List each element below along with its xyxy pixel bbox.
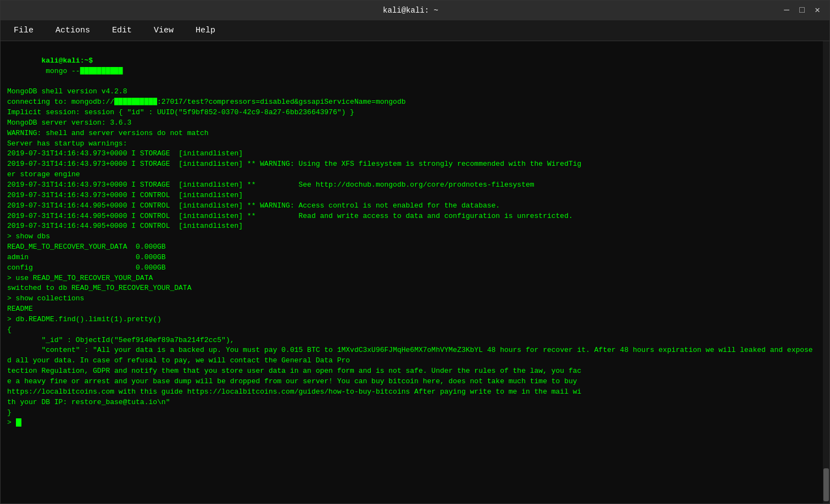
terminal-line: WARNING: shell and server versions do no…	[7, 128, 816, 139]
terminal-line: tection Regulation, GDPR and notify them…	[7, 366, 816, 377]
terminal-line: 2019-07-31T14:16:44.905+0000 I CONTROL […	[7, 201, 816, 211]
terminal-line: READ_ME_TO_RECOVER_YOUR_DATA 0.000GB	[7, 242, 816, 253]
terminal-line: e a heavy fine or arrest and your base d…	[7, 377, 816, 387]
window-title: kali@kali: ~	[40, 6, 781, 15]
menu-edit[interactable]: Edit	[108, 24, 136, 37]
window-controls: ─ □ ✕	[781, 6, 823, 15]
terminal-line: 2019-07-31T14:16:43.973+0000 I CONTROL […	[7, 191, 816, 201]
prompt-cmd: mongo --██████████	[41, 67, 122, 75]
terminal-line: MongoDB shell version v4.2.8	[7, 87, 816, 97]
terminal-line: Server has startup warnings:	[7, 139, 816, 149]
menu-actions[interactable]: Actions	[51, 24, 94, 37]
terminal-line: > show dbs	[7, 232, 816, 242]
terminal-line: 2019-07-31T14:16:43.973+0000 I STORAGE […	[7, 159, 816, 170]
terminal-line: > use READ_ME_TO_RECOVER_YOUR_DATA	[7, 273, 816, 284]
menu-file[interactable]: File	[9, 24, 38, 37]
terminal-line: README	[7, 304, 816, 315]
title-bar: kali@kali: ~ ─ □ ✕	[1, 1, 829, 20]
terminal-line: config 0.000GB	[7, 263, 816, 273]
terminal-line: 2019-07-31T14:16:44.905+0000 I CONTROL […	[7, 211, 816, 222]
menu-help[interactable]: Help	[191, 24, 220, 37]
terminal-line: > show collections	[7, 294, 816, 304]
terminal-line: MongoDB server version: 3.6.3	[7, 118, 816, 128]
terminal-cursor	[16, 418, 21, 427]
terminal-line: 2019-07-31T14:16:44.905+0000 I CONTROL […	[7, 221, 816, 232]
terminal-window: kali@kali: ~ ─ □ ✕ File Actions Edit Vie…	[0, 0, 830, 504]
terminal-line: > db.README.find().limit(1).pretty()	[7, 315, 816, 325]
maximize-button[interactable]: □	[796, 6, 807, 15]
terminal-line: {	[7, 325, 816, 335]
terminal-line: connecting to: mongodb://██████████:2701…	[7, 97, 816, 108]
menu-bar: File Actions Edit View Help	[1, 20, 829, 41]
terminal-line: th your DB IP: restore_base@tuta.io\n"	[7, 397, 816, 408]
prompt-user: kali@kali:~$	[41, 57, 93, 65]
terminal-line: "_id" : ObjectId("5eef9140ef89a7ba214f2c…	[7, 335, 816, 346]
terminal-line: 2019-07-31T14:16:43.973+0000 I STORAGE […	[7, 149, 816, 159]
terminal-line: }	[7, 408, 816, 418]
terminal-line: switched to db READ_ME_TO_RECOVER_YOUR_D…	[7, 283, 816, 294]
terminal-line: kali@kali:~$ mongo --██████████	[7, 46, 816, 87]
terminal-line: https://localbitcoins.com with this guid…	[7, 387, 816, 397]
menu-view[interactable]: View	[149, 24, 178, 37]
terminal-line: Implicit session: session { "id" : UUID(…	[7, 108, 816, 118]
minimize-button[interactable]: ─	[781, 6, 792, 15]
close-button[interactable]: ✕	[812, 6, 823, 15]
terminal-line: er storage engine	[7, 170, 816, 180]
terminal-line: admin 0.000GB	[7, 253, 816, 263]
terminal-line: "content" : "All your data is a backed u…	[7, 345, 816, 366]
terminal-line: 2019-07-31T14:16:43.973+0000 I STORAGE […	[7, 180, 816, 191]
terminal-prompt-line: >	[7, 418, 816, 428]
terminal-output[interactable]: kali@kali:~$ mongo --██████████ MongoDB …	[1, 41, 823, 503]
